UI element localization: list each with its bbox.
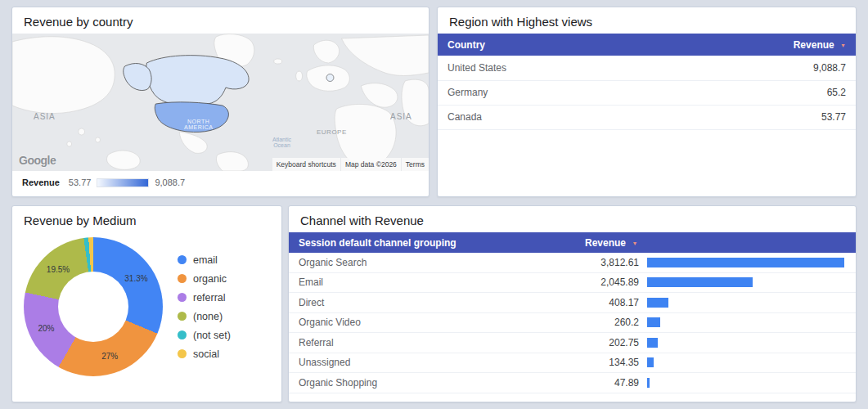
legend-color-dot (178, 330, 187, 339)
revenue-cell: 2,045.89 (573, 276, 639, 288)
revenue-cell: 53.77 (655, 105, 856, 129)
table-header-row: Country Revenue ▼ (438, 34, 856, 56)
revenue-cell: 134.35 (573, 357, 639, 368)
panel-region-highest-views: Region with Highest views Country Revenu… (437, 7, 857, 197)
revenue-cell: 408.17 (573, 297, 639, 308)
revenue-bar (647, 357, 654, 367)
country-header-label: Country (447, 39, 485, 51)
legend-item[interactable]: (not set) (178, 330, 231, 341)
legend-item[interactable]: email (178, 254, 231, 266)
legend-gradient-bar (97, 178, 149, 187)
legend-item[interactable]: organic (178, 273, 231, 285)
legend-item[interactable]: referral (178, 292, 231, 303)
channel-cell: Organic Video (289, 317, 573, 328)
world-map-graphic (12, 34, 429, 171)
legend-max-value: 9,088.7 (155, 178, 185, 187)
donut-slice-label: 20% (38, 323, 54, 332)
map-color-legend: Revenue 53.77 9,088.7 (12, 171, 429, 187)
table-row: Organic Search3,812.61 (289, 253, 856, 273)
legend-min-value: 53.77 (69, 178, 92, 187)
table-row: Unassigned134.35 (289, 353, 856, 374)
legend-label: (none) (193, 311, 223, 322)
panel-title: Region with Highest views (438, 7, 856, 34)
revenue-column-header[interactable]: Revenue ▼ (573, 237, 856, 249)
table-row: Organic Shopping47.89 (289, 373, 856, 393)
donut-chart-area: 31.3%27%20%19.5% emailorganicreferral(no… (12, 232, 281, 376)
table-row: Canada53.77 (438, 105, 856, 129)
channel-header-label: Session default channel grouping (299, 237, 456, 249)
keyboard-shortcuts-link[interactable]: Keyboard shortcuts (272, 158, 340, 171)
channel-cell: Organic Search (289, 257, 573, 268)
channel-cell: Organic Shopping (289, 377, 573, 389)
donut-slice-label: 27% (101, 351, 118, 360)
revenue-cell: 9,088.7 (655, 56, 856, 80)
revenue-bar (647, 378, 650, 388)
revenue-bar (647, 277, 753, 287)
bar-track (647, 317, 844, 327)
country-cell: Germany (438, 80, 655, 105)
legend-item[interactable]: social (178, 348, 231, 360)
legend-metric-label: Revenue (22, 178, 60, 187)
country-cell: Canada (438, 105, 655, 129)
bar-track (647, 357, 844, 367)
legend-color-dot (178, 349, 187, 358)
donut-slice-label: 31.3% (124, 274, 147, 283)
revenue-cell: 47.89 (573, 377, 639, 389)
bar-track (647, 298, 844, 308)
revenue-cell: 3,812.61 (573, 257, 639, 268)
revenue-bar (647, 317, 660, 327)
geo-map[interactable]: ASIA ASIA EUROPE NORTH AMERICA Atlantic … (12, 34, 429, 171)
bar-track (647, 378, 844, 388)
bar-track (647, 338, 844, 348)
panel-title: Revenue by country (12, 7, 429, 34)
table-row: United States9,088.7 (438, 56, 856, 80)
revenue-cell: 65.2 (655, 80, 856, 105)
channel-cell: Referral (289, 337, 573, 348)
channel-cell: Direct (289, 297, 573, 308)
channel-column-header[interactable]: Session default channel grouping (289, 237, 573, 249)
revenue-bar (647, 258, 844, 267)
region-table: Country Revenue ▼ United States9,088.7Ge… (438, 34, 856, 130)
dashboard: Revenue by country (0, 0, 868, 409)
bar-track (647, 258, 844, 267)
donut-slice-label: 19.5% (47, 264, 70, 273)
legend-item[interactable]: (none) (178, 311, 231, 322)
revenue-bar (647, 338, 658, 348)
revenue-header-label: Revenue (585, 237, 626, 249)
revenue-cell: 260.2 (573, 317, 639, 328)
channel-cell: Email (289, 276, 573, 288)
panel-title: Revenue by Medium (12, 206, 281, 232)
table-row: Email2,045.89 (289, 273, 856, 294)
country-column-header[interactable]: Country (438, 34, 655, 56)
panel-revenue-by-country: Revenue by country (11, 7, 430, 197)
country-cell: United States (438, 56, 655, 80)
google-maps-logo[interactable]: Google (19, 154, 56, 167)
map-footer: Keyboard shortcuts Map data ©2026 Terms (272, 158, 429, 171)
terms-link[interactable]: Terms (402, 158, 429, 171)
panel-title: Channel with Revenue (289, 206, 856, 232)
donut-legend: emailorganicreferral(none)(not set)socia… (178, 254, 231, 360)
table-header-row: Session default channel grouping Revenue… (289, 232, 856, 253)
sort-desc-icon: ▼ (632, 240, 637, 246)
panel-revenue-by-medium: Revenue by Medium 31.3%27%20%19.5% email… (11, 205, 282, 402)
legend-label: email (193, 254, 218, 266)
donut-chart[interactable]: 31.3%27%20%19.5% (24, 237, 163, 376)
legend-color-dot (178, 255, 187, 264)
channel-cell: Unassigned (289, 357, 573, 368)
table-row: Organic Video260.2 (289, 313, 856, 334)
legend-label: referral (193, 292, 226, 303)
legend-label: organic (193, 273, 227, 285)
legend-color-dot (178, 274, 187, 283)
sort-desc-icon: ▼ (840, 43, 846, 48)
revenue-column-header[interactable]: Revenue ▼ (655, 34, 856, 56)
panel-channel-with-revenue: Channel with Revenue Session default cha… (288, 205, 857, 402)
table-row: Referral202.75 (289, 333, 856, 353)
revenue-bar (647, 298, 668, 308)
legend-label: social (193, 348, 219, 360)
table-row: Germany65.2 (438, 80, 856, 105)
legend-color-dot (178, 293, 187, 302)
legend-label: (not set) (193, 330, 231, 341)
bar-track (647, 277, 844, 287)
revenue-header-label: Revenue (794, 39, 834, 51)
revenue-cell: 202.75 (573, 337, 639, 348)
